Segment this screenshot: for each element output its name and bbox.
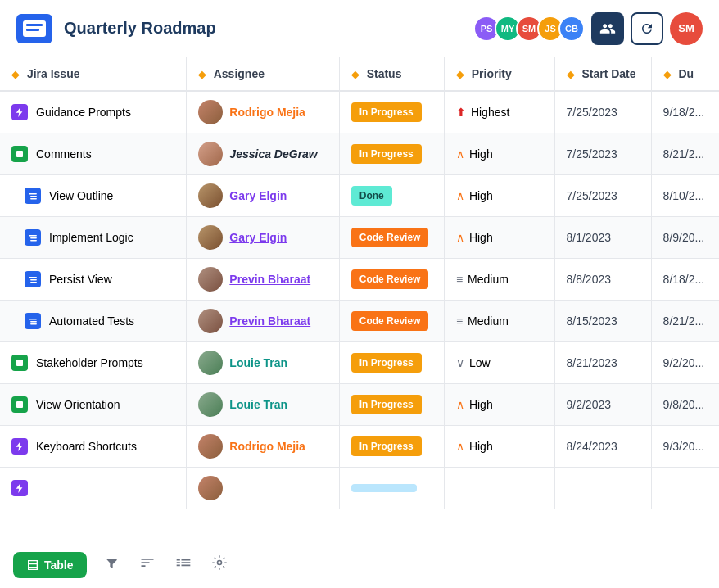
priority-icon: ∧ (456, 189, 464, 202)
table-row[interactable]: View Orientation Louie Tran In Progress … (0, 384, 719, 426)
status-cell: Code Review (339, 259, 444, 301)
due-date-cell: 8/9/20... (651, 217, 719, 259)
issue-cell: Automated Tests (0, 301, 187, 342)
issue-type-icon (11, 396, 28, 413)
issue-name: Keyboard Shortcuts (36, 440, 137, 453)
issue-type-icon-partial (11, 480, 28, 496)
table-row[interactable]: Persist View Previn Bharaat Code Review … (0, 259, 719, 301)
issue-name: View Outline (49, 189, 113, 202)
issue-name: Stakeholder Prompts (36, 356, 143, 369)
header: Quarterly Roadmap PS MY SM JS CB SM (0, 0, 719, 57)
svg-rect-5 (30, 237, 37, 239)
table-row[interactable]: Guidance Prompts Rodrigo Mejia In Progre… (0, 91, 719, 133)
status-cell: In Progress (339, 384, 444, 426)
status-badge: Code Review (351, 311, 429, 331)
priority-cell: ∧ High (444, 133, 554, 175)
table-row-partial (0, 468, 719, 509)
status-badge: Code Review (351, 269, 429, 289)
issue-name: Persist View (49, 273, 112, 286)
col-icon-jira: ◆ (11, 69, 19, 80)
table-row[interactable]: Implement Logic Gary Elgin Code Review ∧… (0, 217, 719, 259)
svg-rect-1 (29, 193, 37, 195)
people-button[interactable] (591, 12, 624, 45)
col-jira-issue: ◆ Jira Issue (0, 57, 187, 91)
table-row[interactable]: Keyboard Shortcuts Rodrigo Mejia In Prog… (0, 426, 719, 468)
svg-rect-4 (29, 235, 37, 237)
status-cell: In Progress (339, 133, 444, 175)
status-cell: In Progress (339, 342, 444, 384)
status-badge: In Progress (351, 353, 422, 373)
assignee-cell: Rodrigo Mejia (187, 426, 339, 468)
assignee-cell: Gary Elgin (187, 175, 339, 217)
issue-cell: Guidance Prompts (0, 91, 187, 133)
issue-type-icon (25, 313, 41, 329)
issue-type-icon (11, 104, 28, 120)
start-date-cell: 7/25/2023 (554, 91, 651, 133)
table-row[interactable]: Automated Tests Previn Bharaat Code Revi… (0, 301, 719, 342)
due-date-cell: 9/8/20... (651, 384, 719, 426)
svg-rect-6 (30, 240, 37, 242)
svg-rect-3 (30, 198, 37, 200)
issue-cell: View Orientation (0, 384, 187, 426)
assignee-cell: Louie Tran (187, 342, 339, 384)
svg-rect-12 (30, 323, 37, 325)
col-status: ◆ Status (339, 57, 444, 91)
bottom-toolbar: Table (0, 541, 719, 588)
sort-button[interactable] (136, 551, 159, 578)
start-date-cell: 7/25/2023 (554, 175, 651, 217)
table-view-button[interactable]: Table (13, 552, 87, 578)
user-avatar-button[interactable]: SM (670, 12, 703, 45)
col-assignee: ◆ Assignee (187, 57, 339, 91)
assignee-cell: Previn Bharaat (187, 259, 339, 301)
issue-type-icon (25, 229, 41, 246)
issue-cell: Persist View (0, 259, 187, 301)
table-container: ◆ Jira Issue ◆ Assignee ◆ Status ◆ Prior… (0, 57, 719, 541)
issue-type-icon (25, 188, 41, 204)
issue-type-icon (11, 146, 28, 162)
priority-cell: ∨ Low (444, 342, 554, 384)
issue-type-icon (25, 271, 41, 287)
svg-rect-10 (29, 319, 37, 320)
priority-icon: ∧ (456, 440, 464, 453)
status-badge: In Progress (351, 395, 422, 414)
due-date-cell: 8/18/2... (651, 259, 719, 301)
issue-cell: Stakeholder Prompts (0, 342, 187, 384)
status-cell: Code Review (339, 301, 444, 342)
group-icon (175, 554, 192, 571)
svg-rect-11 (30, 321, 37, 323)
settings-button[interactable] (208, 551, 231, 578)
priority-icon: ∧ (456, 398, 464, 411)
avatar-cb[interactable]: CB (558, 16, 585, 42)
table-row[interactable]: View Outline Gary Elgin Done ∧ High 7/25… (0, 175, 719, 217)
status-badge: Code Review (351, 228, 429, 247)
start-date-cell: 8/24/2023 (554, 426, 651, 468)
priority-cell: ∧ High (444, 175, 554, 217)
start-date-cell: 8/8/2023 (554, 259, 651, 301)
group-button[interactable] (172, 551, 195, 578)
priority-icon: ⬆ (456, 106, 466, 119)
partial-issue-cell (0, 468, 187, 509)
refresh-button[interactable] (631, 12, 663, 45)
col-start-date: ◆ Start Date (554, 57, 651, 91)
due-date-cell: 8/10/2... (651, 175, 719, 217)
table-row[interactable]: Stakeholder Prompts Louie Tran In Progre… (0, 342, 719, 384)
priority-cell: ∧ High (444, 426, 554, 468)
people-icon (599, 20, 616, 37)
filter-button[interactable] (100, 551, 123, 578)
roadmap-table: ◆ Jira Issue ◆ Assignee ◆ Status ◆ Prior… (0, 57, 719, 509)
svg-rect-7 (29, 277, 37, 278)
priority-cell: ≡ Medium (444, 259, 554, 301)
svg-rect-8 (30, 279, 37, 281)
avatar-group: PS MY SM JS CB (473, 16, 585, 42)
issue-name: Implement Logic (49, 231, 133, 244)
assignee-cell: Previn Bharaat (187, 301, 339, 342)
issue-name: Comments (36, 147, 92, 161)
filter-icon (103, 554, 120, 571)
priority-cell: ⬆ Highest (444, 91, 554, 133)
table-icon (26, 559, 39, 572)
due-date-cell: 8/21/2... (651, 301, 719, 342)
table-row[interactable]: Comments Jessica DeGraw In Progress ∧ Hi… (0, 133, 719, 175)
status-badge: In Progress (351, 144, 422, 164)
priority-cell: ≡ Medium (444, 301, 554, 342)
issue-cell: Implement Logic (0, 217, 187, 259)
